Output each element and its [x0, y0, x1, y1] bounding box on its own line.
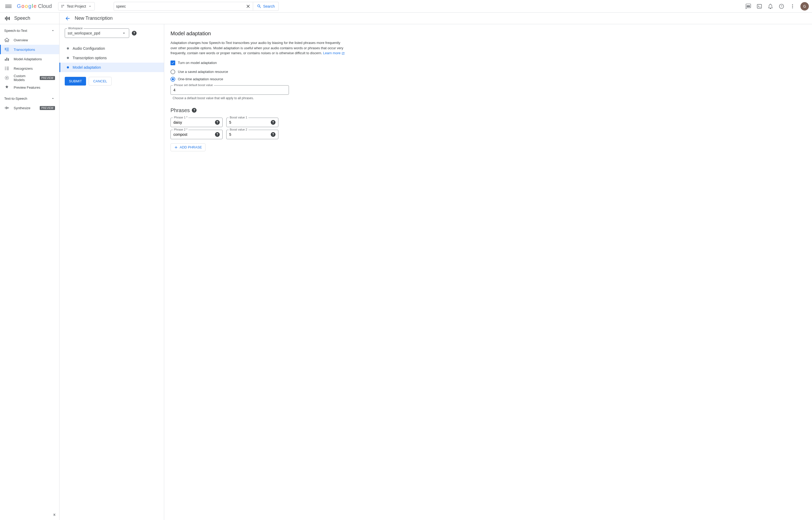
svg-rect-17	[6, 51, 9, 51]
search-icon	[257, 4, 262, 9]
svg-point-7	[792, 6, 793, 6]
search-input[interactable]	[116, 4, 245, 8]
avatar[interactable]: G	[801, 2, 809, 10]
default-boost-input[interactable]: Phrase set default boost value	[171, 85, 289, 95]
phrases-heading: Phrases ?	[171, 107, 347, 113]
svg-rect-29	[6, 107, 7, 109]
radio-onetime-resource[interactable]: One-time adaptation resource	[171, 77, 347, 82]
sidebar-item-transcriptions[interactable]: Transcriptions	[0, 45, 59, 54]
svg-rect-26	[6, 70, 9, 70]
boost-2-input[interactable]: Boost value 2 ?	[226, 130, 279, 139]
svg-rect-12	[9, 17, 10, 20]
preview-badge: PREVIEW	[40, 106, 55, 110]
chevron-up-icon	[51, 28, 55, 33]
section-description: Adaptation changes how Speech-to-Text tr…	[171, 40, 347, 56]
sidebar-item-preview-features[interactable]: Preview Features	[0, 83, 59, 92]
step-audio-configuration[interactable]: Audio Configuration	[59, 44, 164, 53]
sidebar-item-synthesize[interactable]: Synthesize PREVIEW	[0, 103, 59, 113]
svg-rect-18	[5, 59, 6, 61]
workspace-select[interactable]: Workspace sst_workspace_ppd	[65, 28, 129, 38]
section-heading: Model adaptation	[171, 30, 347, 36]
help-icon[interactable]: ?	[132, 31, 136, 35]
cloud-shell-icon[interactable]	[756, 3, 762, 9]
svg-rect-24	[6, 67, 9, 68]
checkbox-checked-icon[interactable]	[171, 60, 175, 65]
right-pane: Model adaptation Adaptation changes how …	[164, 24, 353, 520]
project-selector[interactable]: Test Project	[58, 2, 95, 10]
chevron-down-icon	[122, 31, 126, 35]
svg-rect-19	[6, 58, 7, 61]
svg-text:?: ?	[781, 4, 782, 8]
nav-group-tts[interactable]: Text-to-Speech	[0, 94, 59, 103]
toggle-adaptation-row[interactable]: Turn on model adaptation	[171, 60, 347, 65]
external-link-icon	[342, 52, 345, 55]
phrase-2-input[interactable]: Phrase 2 * ?	[171, 130, 222, 139]
phrase-row-2: Phrase 2 * ? Boost value 2 ?	[171, 130, 347, 139]
boost-1-input[interactable]: Boost value 1 ?	[226, 118, 279, 127]
svg-rect-28	[5, 107, 6, 108]
sidebar: Speech Speech-to-Text Overview Transcrip…	[0, 12, 59, 520]
back-arrow-icon[interactable]	[65, 16, 71, 21]
step-transcription-options[interactable]: Transcription options	[59, 53, 164, 62]
svg-rect-10	[6, 16, 7, 21]
svg-rect-15	[6, 48, 9, 48]
svg-rect-11	[8, 17, 8, 20]
svg-rect-13	[5, 48, 6, 49]
help-icon[interactable]: ?	[778, 3, 785, 9]
project-name: Test Project	[67, 4, 86, 8]
nav-group-stt[interactable]: Speech-to-Text	[0, 26, 59, 35]
help-icon[interactable]: ?	[215, 120, 220, 125]
help-icon[interactable]: ?	[271, 132, 276, 137]
svg-rect-31	[8, 107, 9, 108]
search-button[interactable]: Search	[253, 2, 279, 11]
svg-rect-14	[5, 49, 6, 50]
sidebar-item-overview[interactable]: Overview	[0, 35, 59, 45]
svg-rect-30	[7, 107, 8, 109]
radio-saved-resource[interactable]: Use a saved adaptation resource	[171, 70, 347, 74]
phrase-1-input[interactable]: Phrase 1 * ?	[171, 118, 222, 127]
page-header: New Transcription	[59, 12, 812, 24]
product-title: Speech	[14, 16, 30, 21]
step-model-adaptation[interactable]: Model adaptation	[59, 62, 164, 72]
cancel-button[interactable]: CANCEL	[89, 77, 111, 85]
default-boost-value[interactable]	[174, 88, 286, 92]
left-pane: Workspace sst_workspace_ppd ? Audio Conf…	[59, 24, 164, 520]
learn-more-link[interactable]: Learn more	[323, 51, 345, 55]
chat-icon[interactable]	[745, 3, 752, 9]
preview-badge: PREVIEW	[40, 76, 55, 80]
svg-rect-16	[6, 49, 9, 50]
radio-checked-icon	[171, 77, 175, 82]
svg-rect-32	[54, 514, 54, 516]
google-cloud-logo[interactable]: Google Cloud	[17, 3, 52, 9]
sidebar-item-model-adaptations[interactable]: Model Adaptations	[0, 54, 59, 64]
speech-icon	[4, 15, 10, 22]
add-phrase-button[interactable]: ADD PHRASE	[171, 144, 206, 151]
sidebar-item-custom-models[interactable]: Custom Models PREVIEW	[0, 73, 59, 83]
svg-rect-21	[5, 67, 6, 68]
search-box[interactable]	[114, 2, 253, 11]
svg-point-0	[61, 5, 62, 6]
page-title: New Transcription	[75, 16, 113, 21]
svg-point-2	[61, 6, 62, 7]
menu-icon[interactable]	[3, 1, 14, 11]
svg-point-8	[792, 7, 793, 8]
submit-button[interactable]: SUBMIT	[65, 77, 86, 85]
close-icon[interactable]	[245, 4, 251, 9]
help-icon[interactable]: ?	[215, 132, 220, 137]
helper-text: Choose a default boost value that will a…	[173, 96, 289, 100]
svg-point-1	[63, 5, 64, 6]
more-icon[interactable]	[789, 3, 796, 9]
chevron-down-icon	[88, 4, 92, 8]
svg-rect-25	[6, 68, 9, 69]
help-icon[interactable]: ?	[192, 108, 197, 113]
chevron-up-icon	[51, 96, 55, 101]
sidebar-item-recognizers[interactable]: Recognizers	[0, 64, 59, 73]
collapse-sidebar-icon[interactable]	[52, 512, 57, 518]
svg-rect-3	[757, 4, 762, 8]
help-icon[interactable]: ?	[271, 120, 276, 125]
topbar: Google Cloud Test Project Search ? G	[0, 0, 812, 12]
sidebar-header[interactable]: Speech	[0, 12, 59, 24]
plus-icon	[174, 145, 178, 150]
notifications-icon[interactable]	[767, 3, 774, 9]
phrase-row-1: Phrase 1 * ? Boost value 1 ?	[171, 118, 347, 127]
